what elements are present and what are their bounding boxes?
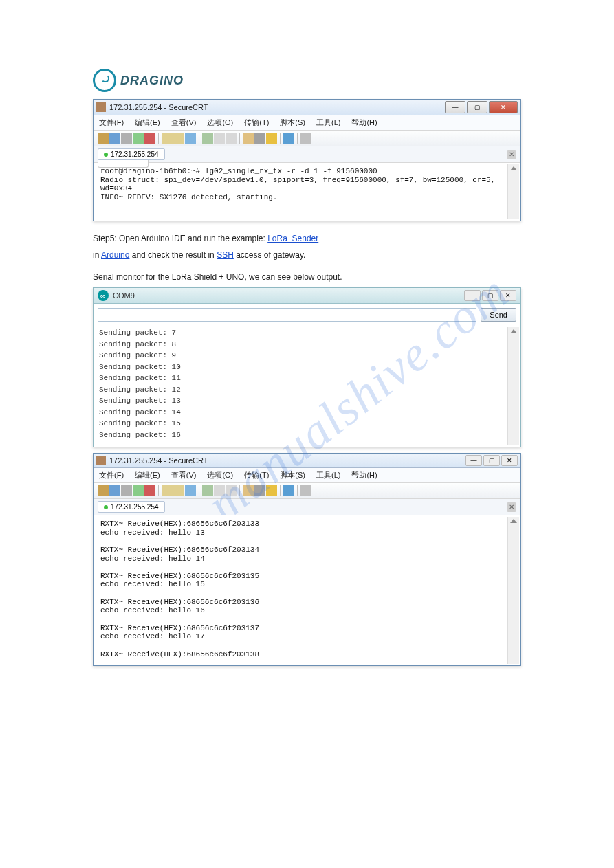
- toolbar-icon[interactable]: [226, 133, 237, 144]
- menu-transfer[interactable]: 传输(T): [244, 118, 269, 128]
- tab-label: 172.31.255.254: [111, 503, 159, 511]
- menu-script[interactable]: 脚本(S): [280, 470, 305, 480]
- menu-help[interactable]: 帮助(H): [351, 470, 377, 480]
- toolbar-icon[interactable]: [266, 133, 277, 144]
- maximize-button[interactable]: ▢: [482, 290, 498, 301]
- toolbar-icon[interactable]: [243, 485, 254, 496]
- menu-transfer[interactable]: 传输(T): [244, 470, 269, 480]
- toolbar-icon[interactable]: [133, 133, 144, 144]
- session-tab[interactable]: 172.31.255.254: [98, 501, 165, 513]
- toolbar-icon[interactable]: [254, 133, 265, 144]
- link-lora-sender[interactable]: LoRa_Sender: [267, 234, 318, 243]
- toolbar-icon[interactable]: [173, 133, 184, 144]
- toolbar-icon[interactable]: [243, 133, 254, 144]
- toolbar-icon[interactable]: [254, 485, 265, 496]
- toolbar-icon[interactable]: [283, 133, 294, 144]
- separator-icon: [280, 133, 281, 144]
- paragraph: Serial monitor for the LoRa Shield + UNO…: [93, 271, 521, 283]
- menu-file[interactable]: 文件(F): [99, 470, 124, 480]
- tabbar: 172.31.255.254 ✕: [94, 499, 520, 515]
- toolbar-icon[interactable]: [121, 133, 132, 144]
- session-tab[interactable]: 172.31.255.254: [98, 148, 165, 160]
- toolbar-icon[interactable]: [266, 485, 277, 496]
- toolbar-icon[interactable]: [214, 485, 225, 496]
- menubar: 文件(F) 编辑(E) 查看(V) 选项(O) 传输(T) 脚本(S) 工具(L…: [94, 115, 520, 131]
- toolbar-icon[interactable]: [283, 485, 294, 496]
- close-button[interactable]: ✕: [489, 101, 518, 113]
- separator-icon: [297, 133, 298, 144]
- menu-view[interactable]: 查看(V): [171, 470, 197, 480]
- serial-line: Sending packet: 15: [99, 418, 515, 430]
- close-button[interactable]: ✕: [501, 455, 518, 466]
- serial-input-row: Send: [98, 308, 516, 322]
- terminal-lines: RXTX~ Receive(HEX):68656c6c6f203133 echo…: [100, 520, 514, 658]
- toolbar-icon[interactable]: [162, 485, 173, 496]
- toolbar-icon[interactable]: [226, 485, 237, 496]
- scroll-up-icon[interactable]: [510, 166, 517, 170]
- menu-tools[interactable]: 工具(L): [316, 118, 340, 128]
- separator-icon: [297, 485, 298, 496]
- tabbar: 172.31.255.254 ✕: [94, 146, 520, 163]
- close-tab-icon[interactable]: ✕: [507, 502, 516, 512]
- window-title: COM9: [113, 291, 463, 300]
- link-arduino[interactable]: Arduino: [101, 250, 129, 260]
- maximize-button[interactable]: ▢: [467, 101, 487, 113]
- titlebar: 172.31.255.254 - SecureCRT — ▢ ✕: [94, 100, 520, 115]
- scroll-up-icon[interactable]: [510, 519, 517, 523]
- toolbar-icon[interactable]: [162, 133, 173, 144]
- serial-output: Sending packet: 7 Sending packet: 8 Send…: [94, 326, 520, 447]
- send-button[interactable]: Send: [481, 308, 516, 322]
- titlebar: ∞ COM9 — ▢ ✕: [94, 288, 520, 304]
- separator-icon: [239, 133, 240, 144]
- toolbar-icon[interactable]: [133, 485, 144, 496]
- menu-options[interactable]: 选项(O): [207, 470, 233, 480]
- arduino-icon: ∞: [98, 290, 109, 301]
- scrollbar[interactable]: [507, 517, 519, 664]
- serial-line: Sending packet: 16: [99, 430, 515, 441]
- toolbar-icon[interactable]: [144, 485, 155, 496]
- toolbar-icon[interactable]: [144, 133, 155, 144]
- scrollbar[interactable]: [507, 164, 519, 219]
- tab-label: 172.31.255.254: [111, 151, 159, 158]
- toolbar: [94, 483, 520, 499]
- toolbar-icon[interactable]: [214, 133, 225, 144]
- toolbar-icon[interactable]: [202, 485, 213, 496]
- maximize-button[interactable]: ▢: [483, 455, 500, 466]
- toolbar-icon[interactable]: [300, 485, 311, 496]
- terminal-lines: root@dragino-1b6fb0:~# lg02_single_rx_tx…: [100, 167, 514, 202]
- separator-icon: [280, 485, 281, 496]
- toolbar-icon[interactable]: [109, 485, 120, 496]
- separator-icon: [199, 485, 199, 496]
- scroll-up-icon[interactable]: [510, 329, 517, 333]
- toolbar-icon[interactable]: [98, 133, 109, 144]
- toolbar-icon[interactable]: [109, 133, 120, 144]
- menu-edit[interactable]: 编辑(E): [135, 118, 160, 128]
- toolbar-icon[interactable]: [98, 485, 109, 496]
- menu-help[interactable]: 帮助(H): [351, 118, 377, 128]
- toolbar-icon[interactable]: [185, 133, 196, 144]
- menu-view[interactable]: 查看(V): [171, 118, 197, 128]
- paragraph: Step5: Open Arduino IDE and run the exam…: [93, 232, 521, 245]
- menu-file[interactable]: 文件(F): [99, 118, 124, 128]
- toolbar-icon[interactable]: [121, 485, 132, 496]
- toolbar-icon[interactable]: [300, 133, 311, 144]
- minimize-button[interactable]: —: [465, 455, 482, 466]
- toolbar-icon[interactable]: [202, 133, 213, 144]
- minimize-button[interactable]: —: [445, 101, 465, 113]
- toolbar-icon[interactable]: [173, 485, 184, 496]
- close-tab-icon[interactable]: ✕: [507, 150, 516, 159]
- close-button[interactable]: ✕: [500, 290, 516, 301]
- minimize-button[interactable]: —: [464, 290, 481, 301]
- serial-line: Sending packet: 11: [99, 372, 515, 384]
- menu-tools[interactable]: 工具(L): [316, 470, 340, 480]
- separator-icon: [199, 133, 199, 144]
- logo-text: DRAGINO: [120, 74, 184, 88]
- toolbar-icon[interactable]: [185, 485, 196, 496]
- window-title: 172.31.255.254 - SecureCRT: [109, 103, 443, 111]
- menu-edit[interactable]: 编辑(E): [135, 470, 160, 480]
- menu-script[interactable]: 脚本(S): [280, 118, 305, 128]
- link-ssh[interactable]: SSH: [217, 250, 234, 260]
- scrollbar[interactable]: [507, 327, 519, 445]
- menu-options[interactable]: 选项(O): [207, 118, 233, 128]
- serial-input[interactable]: [98, 308, 476, 322]
